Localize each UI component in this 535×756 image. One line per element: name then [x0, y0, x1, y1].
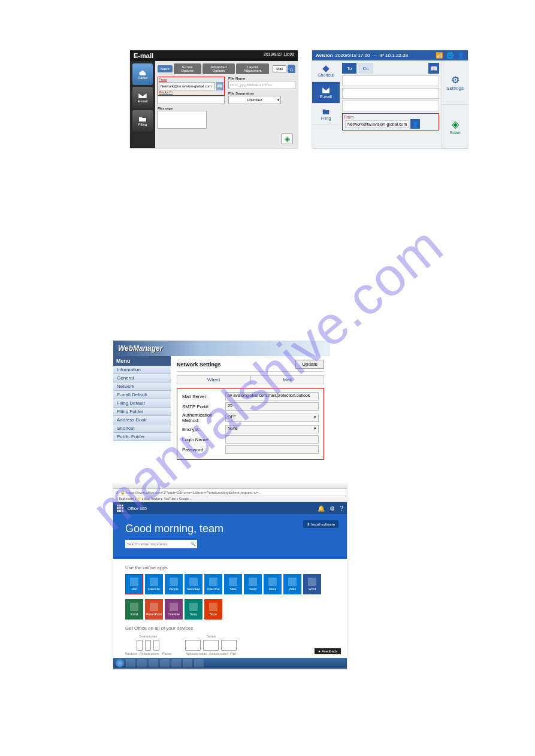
menu-email-default[interactable]: E-mail Default: [113, 391, 171, 399]
smtp-port-input[interactable]: 25: [225, 402, 319, 411]
login-name-input[interactable]: [225, 435, 319, 444]
app-calendar[interactable]: Calendar: [145, 574, 163, 594]
app-powerpoint[interactable]: PowerPoint: [145, 599, 163, 620]
menu-general[interactable]: General: [113, 374, 171, 382]
addressbook-button[interactable]: 📖: [428, 63, 439, 74]
recipient-line-2[interactable]: [342, 88, 439, 99]
app-delve[interactable]: Delve: [264, 574, 282, 594]
taskbar-item[interactable]: [126, 659, 135, 667]
settings-button[interactable]: ⚙Settings: [442, 60, 468, 105]
app-onenote[interactable]: OneNote: [165, 599, 183, 620]
from-label-2: From: [344, 115, 420, 119]
app-onedrive[interactable]: OneDrive: [204, 574, 222, 594]
panel2-right: ⚙Settings ◈Scan: [442, 60, 468, 149]
app-excel[interactable]: Excel: [125, 599, 143, 620]
menu-filing-folder[interactable]: Filing Folder: [113, 408, 171, 416]
taskbar-item[interactable]: [137, 659, 147, 667]
app-mail[interactable]: Mail: [125, 574, 143, 594]
tab-basic[interactable]: Basic: [158, 65, 173, 72]
to-tab[interactable]: To: [342, 63, 356, 74]
sidebar-cloud-button[interactable]: Cloud: [132, 63, 153, 85]
search-icon[interactable]: 🔍: [189, 542, 197, 546]
message-label: Message: [158, 107, 225, 110]
app-people[interactable]: People: [165, 574, 183, 594]
taskbar-item[interactable]: [160, 659, 170, 667]
start-button[interactable]: [116, 659, 124, 667]
from-label: From: [159, 78, 223, 81]
menu-address-book[interactable]: Address Book: [113, 416, 171, 424]
menu-information[interactable]: Information: [113, 366, 171, 374]
install-software-button[interactable]: ⬇ Install software: [303, 520, 338, 528]
menu-shortcut[interactable]: Shortcut: [113, 424, 171, 433]
search-input[interactable]: [125, 542, 189, 546]
app-sway[interactable]: Sway: [185, 599, 202, 620]
app-newsfeed[interactable]: Newsfeed: [185, 574, 202, 594]
office365-panel: ⟳🔒https://www.office.com/1/?auth=2&home=…: [113, 483, 347, 669]
menu-filing-default[interactable]: Filing Default: [113, 399, 171, 408]
home-icon[interactable]: [288, 65, 295, 73]
addressbook-icon[interactable]: 📖: [216, 82, 223, 90]
message-textarea[interactable]: [158, 111, 207, 129]
auth-method-select[interactable]: OFF: [225, 414, 319, 422]
user-icon[interactable]: 👤: [457, 52, 464, 59]
subtab-wired[interactable]: Wired: [177, 375, 250, 384]
menu-public-folder[interactable]: Public Folder: [113, 433, 171, 441]
brand-label: Avision: [316, 53, 333, 58]
tablet-icon[interactable]: [185, 640, 201, 651]
app-sites[interactable]: Sites: [224, 574, 242, 594]
from-addressbook-icon[interactable]: 👤: [410, 119, 420, 129]
sidebar-filing-button[interactable]: Filing: [132, 110, 153, 132]
start-scan-button[interactable]: [281, 133, 293, 144]
from-value-2[interactable]: Network@tw.avision-global.com: [345, 120, 409, 128]
email-button[interactable]: E-mail: [312, 82, 340, 104]
recipient-line-3[interactable]: [342, 101, 439, 111]
sidebar-email-button[interactable]: E-mail: [132, 87, 153, 108]
app-video[interactable]: Video: [283, 574, 301, 594]
cc-tab[interactable]: Cc: [358, 63, 373, 74]
password-input[interactable]: [225, 445, 319, 454]
taskbar-item[interactable]: [171, 659, 181, 667]
search-box[interactable]: 🔍: [125, 540, 197, 548]
tab-advanced[interactable]: Advanced Options: [202, 63, 235, 74]
shortcut-button[interactable]: Shortcut: [312, 60, 340, 82]
panel1-sidebar: Cloud E-mail Filing: [130, 61, 155, 148]
app-tasks[interactable]: Tasks: [244, 574, 262, 594]
menu-network[interactable]: Network: [113, 382, 171, 391]
mail-server-input[interactable]: tw-avisionglobal-com.mail.protection.out…: [225, 392, 319, 400]
reply-to-label: Reply To: [159, 90, 223, 94]
bell-icon[interactable]: 🔔: [318, 505, 325, 512]
gear-icon[interactable]: ⚙: [330, 505, 335, 512]
update-button[interactable]: Update: [295, 360, 324, 369]
filename-input[interactable]: DOC_yyyyMMddHHmmss: [228, 81, 295, 89]
scan-button[interactable]: ◈Scan: [442, 105, 468, 149]
mail-button[interactable]: Mail: [273, 65, 286, 72]
taskbar-item[interactable]: [149, 659, 158, 667]
app-store[interactable]: Store: [204, 599, 222, 620]
reply-to-input[interactable]: [158, 96, 225, 104]
tab-layout[interactable]: Layout Adjustment: [236, 63, 269, 74]
encrypt-select[interactable]: None: [225, 425, 319, 433]
taskbar-item[interactable]: [194, 659, 204, 667]
filesep-select[interactable]: Unlimited: [228, 96, 281, 104]
phone-icon[interactable]: [153, 640, 159, 651]
tablet-icon[interactable]: [203, 640, 219, 651]
recipient-line-1[interactable]: [342, 75, 439, 86]
o365-topbar: Office 365 🔔⚙?: [113, 502, 347, 514]
app-launcher-icon[interactable]: [117, 505, 124, 512]
globe-icon[interactable]: 🌐: [446, 52, 454, 59]
subtab-mail[interactable]: Mail: [250, 375, 324, 384]
tablet-icon[interactable]: [221, 640, 237, 651]
feedback-button[interactable]: ● Feedback: [315, 648, 341, 654]
phone-icon[interactable]: [145, 640, 151, 651]
browser-urlbar[interactable]: ⟳🔒https://www.office.com/1/?auth=2&home=…: [113, 489, 347, 496]
phone-icon[interactable]: [137, 640, 143, 651]
webmanager-panel: WebManager Menu Information General Netw…: [113, 341, 330, 459]
app-word[interactable]: Word: [303, 574, 321, 594]
webmanager-header: WebManager: [113, 341, 330, 356]
tab-email-options[interactable]: E-mail Options: [174, 63, 201, 74]
from-input[interactable]: Network@tw.avision-global.com: [159, 82, 215, 90]
taskbar-item[interactable]: [183, 659, 192, 667]
filing-button[interactable]: Filing: [312, 104, 340, 125]
use-apps-label: Use the online apps: [125, 565, 335, 570]
help-icon[interactable]: ?: [340, 505, 343, 512]
